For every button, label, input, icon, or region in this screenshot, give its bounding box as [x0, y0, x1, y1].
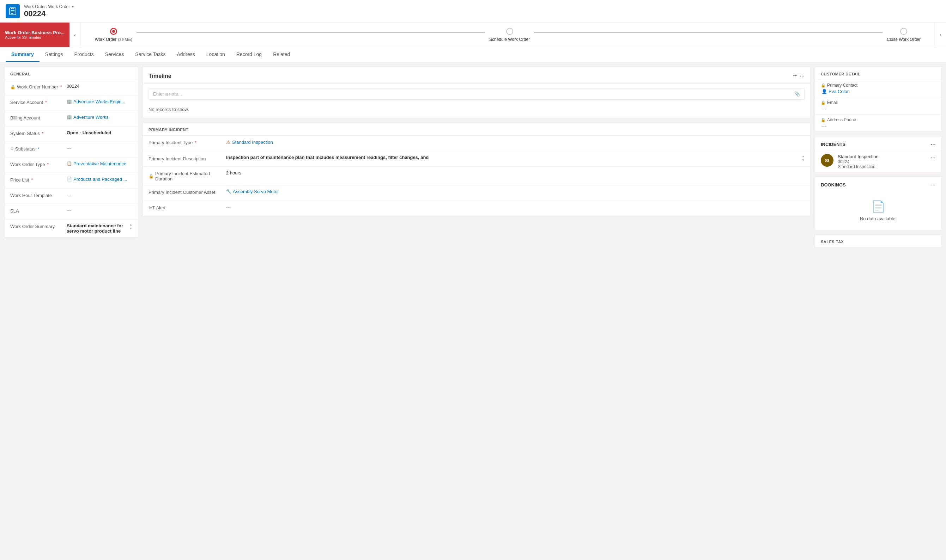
desc-scroll-up[interactable]: ▲ — [802, 155, 804, 158]
field-substatus: ⚙ Substatus * --- — [5, 142, 138, 157]
tab-address[interactable]: Address — [171, 47, 201, 62]
field-incident-asset: Primary Incident Customer Asset 🔧 Assemb… — [143, 185, 810, 201]
billing-account-icon: 🏢 — [67, 115, 72, 120]
tab-settings[interactable]: Settings — [40, 47, 69, 62]
value-billing-account[interactable]: 🏢 Adventure Works — [67, 115, 132, 120]
service-account-icon: 🏢 — [67, 99, 72, 104]
value-primary-contact[interactable]: 👤 Eva Colon — [821, 89, 936, 94]
scroll-indicator[interactable]: ▲ ▼ — [130, 223, 132, 230]
tab-service-tasks[interactable]: Service Tasks — [130, 47, 171, 62]
duration-lock-icon: 🔒 — [148, 174, 154, 178]
incident-desc-scroll[interactable]: ▲ ▼ — [802, 155, 804, 162]
customer-detail-title: CUSTOMER DETAIL — [815, 67, 941, 80]
tab-related[interactable]: Related — [267, 47, 296, 62]
stage-circle-close — [900, 28, 907, 35]
value-substatus: --- — [67, 146, 132, 151]
timeline-header: Timeline + ··· — [143, 67, 810, 84]
process-bar-nav-left-button[interactable]: ‹ — [69, 23, 81, 47]
document-icon: 📄 — [871, 200, 885, 213]
bookings-card: BOOKINGS ··· 📄 No data available. — [815, 177, 942, 230]
timeline-note-input[interactable]: Enter a note... 📎 — [148, 88, 804, 100]
value-incident-duration: 2 hours — [226, 170, 804, 175]
field-primary-contact: 🔒 Primary Contact 👤 Eva Colon — [815, 80, 941, 97]
label-email: 🔒 Email — [821, 100, 936, 105]
stage-connector-1 — [136, 32, 485, 33]
field-work-order-summary: Work Order Summary Standard maintenance … — [5, 220, 138, 237]
value-incident-asset[interactable]: 🔧 Assembly Servo Motor — [226, 189, 804, 194]
scroll-down-btn[interactable]: ▼ — [130, 227, 132, 230]
process-bar-title: Work Order Business Pro... — [5, 30, 65, 35]
incident-more-button[interactable]: ··· — [931, 154, 936, 162]
process-bar-label: Work Order Business Pro... Active for 29… — [0, 23, 69, 47]
tab-summary[interactable]: Summary — [6, 47, 40, 62]
value-work-hour-template: --- — [67, 192, 132, 197]
general-card: GENERAL 🔒 Work Order Number * 00224 Serv… — [4, 67, 138, 237]
tab-location[interactable]: Location — [201, 47, 231, 62]
primary-incident-card: PRIMARY INCIDENT Primary Incident Type *… — [142, 122, 810, 217]
field-incident-duration: 🔒 Primary Incident Estimated Duration 2 … — [143, 167, 810, 185]
value-incident-type[interactable]: ⚠ Standard Inspection — [226, 139, 804, 145]
app-header: Work Order: Work Order ▾ 00224 — [0, 0, 946, 23]
general-section-title: GENERAL — [5, 67, 138, 80]
tab-products[interactable]: Products — [68, 47, 99, 62]
incidents-more-button[interactable]: ··· — [931, 141, 936, 148]
process-stage-work-order[interactable]: Work Order (29 Min) — [95, 28, 132, 42]
incident-details: Standard Inspection 00224 Standard Inspe… — [838, 154, 926, 169]
header-subtitle[interactable]: Work Order: Work Order ▾ — [24, 4, 74, 9]
desc-scroll-down[interactable]: ▼ — [802, 158, 804, 162]
asset-icon: 🔧 — [226, 189, 231, 194]
process-stage-schedule[interactable]: Schedule Work Order — [489, 28, 530, 42]
field-work-order-number: 🔒 Work Order Number * 00224 — [5, 80, 138, 95]
stage-circle-work-order — [110, 28, 117, 35]
field-sla: SLA --- — [5, 204, 138, 220]
primary-incident-title: PRIMARY INCIDENT — [143, 123, 810, 136]
field-price-list: Price List * 📄 Products and Packaged ... — [5, 173, 138, 189]
paperclip-icon: 📎 — [794, 91, 800, 97]
work-order-type-icon: 📋 — [67, 161, 72, 166]
label-incident-duration: 🔒 Primary Incident Estimated Duration — [148, 170, 226, 182]
timeline-title: Timeline — [148, 73, 793, 79]
incident-type: Standard Inspection — [838, 164, 926, 169]
process-bar: Work Order Business Pro... Active for 29… — [0, 23, 946, 47]
field-incident-type: Primary Incident Type * ⚠ Standard Inspe… — [143, 136, 810, 151]
label-price-list: Price List * — [10, 177, 67, 183]
tab-services[interactable]: Services — [99, 47, 130, 62]
bookings-more-button[interactable]: ··· — [931, 181, 936, 189]
process-stage-close[interactable]: Close Work Order — [887, 28, 921, 42]
timeline-more-button[interactable]: ··· — [800, 73, 804, 79]
header-title-block: Work Order: Work Order ▾ 00224 — [24, 4, 74, 18]
header-dropdown-icon[interactable]: ▾ — [72, 5, 74, 8]
substatus-lock-icon: ⚙ — [10, 147, 14, 151]
value-work-order-type[interactable]: 📋 Preventative Maintenance — [67, 161, 132, 166]
field-service-account: Service Account * 🏢 Adventure Works Engi… — [5, 95, 138, 111]
incident-avatar: SI — [821, 154, 833, 167]
sales-tax-title: SALES TAX — [815, 235, 941, 248]
main-content: GENERAL 🔒 Work Order Number * 00224 Serv… — [0, 62, 946, 252]
label-billing-account: Billing Account — [10, 115, 67, 120]
value-email: --- — [821, 106, 936, 111]
bookings-title: BOOKINGS — [821, 182, 846, 188]
sales-tax-card: SALES TAX — [815, 234, 942, 248]
label-iot-alert: IoT Alert — [148, 205, 226, 211]
tab-record-log[interactable]: Record Log — [231, 47, 267, 62]
value-sla: --- — [67, 208, 132, 213]
stage-connector-2 — [534, 32, 883, 33]
value-price-list[interactable]: 📄 Products and Packaged ... — [67, 177, 132, 182]
incident-name: Standard Inspection — [838, 154, 926, 159]
value-address-phone: --- — [821, 123, 936, 129]
label-service-account: Service Account * — [10, 99, 67, 105]
process-bar-nav-right-button[interactable]: › — [935, 23, 946, 47]
app-icon — [6, 4, 20, 18]
field-email: 🔒 Email --- — [815, 97, 941, 115]
label-primary-contact: 🔒 Primary Contact — [821, 83, 936, 88]
header-subtitle-text: Work Order: Work Order — [24, 4, 70, 9]
scroll-up-btn[interactable]: ▲ — [130, 223, 132, 226]
timeline-add-button[interactable]: + — [793, 72, 797, 80]
bookings-empty-state: 📄 No data available. — [815, 191, 941, 230]
value-work-order-number: 00224 — [67, 83, 132, 89]
label-incident-description: Primary Incident Description — [148, 155, 226, 162]
label-system-status: System Status * — [10, 130, 67, 136]
middle-column: Timeline + ··· Enter a note... 📎 No reco… — [142, 67, 810, 217]
value-service-account[interactable]: 🏢 Adventure Works Engin... — [67, 99, 132, 104]
warning-icon: ⚠ — [226, 139, 231, 145]
